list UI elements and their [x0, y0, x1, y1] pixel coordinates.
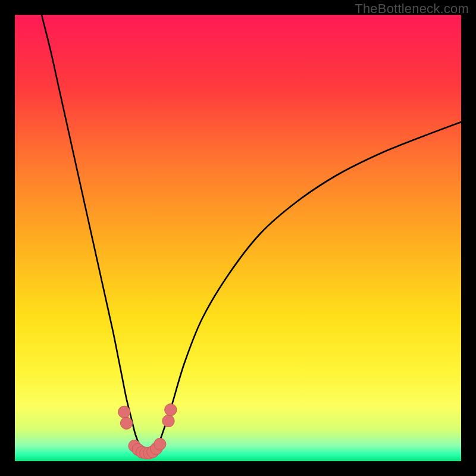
bottleneck-curve — [42, 15, 461, 453]
chart-frame: TheBottleneck.com — [0, 0, 476, 476]
curve-layer — [15, 15, 461, 461]
plot-area — [15, 15, 461, 461]
marker-point — [118, 406, 130, 418]
watermark-text: TheBottleneck.com — [355, 1, 469, 17]
marker-point — [154, 438, 166, 450]
marker-point — [120, 417, 132, 429]
curve-markers — [118, 404, 177, 459]
marker-point — [165, 404, 177, 416]
marker-point — [162, 415, 174, 427]
